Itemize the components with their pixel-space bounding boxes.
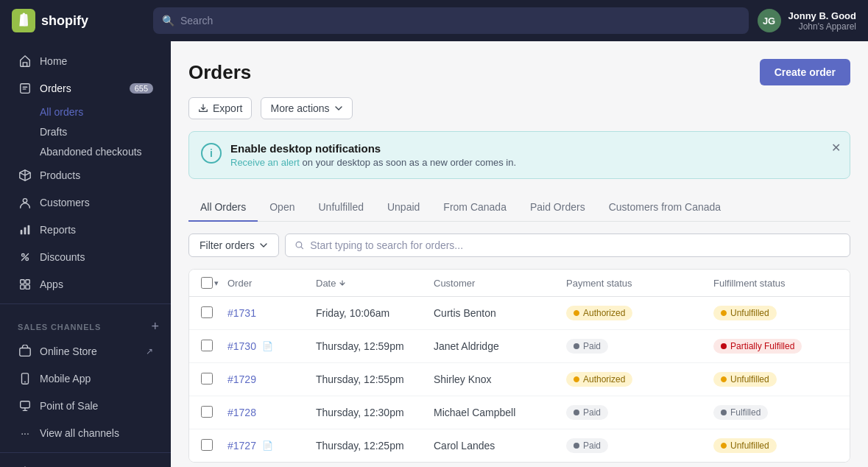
logo[interactable]: shopify (12, 9, 144, 32)
create-order-button[interactable]: Create order (760, 59, 850, 85)
row-payment-cell: Authorized (566, 306, 713, 320)
tab-all-orders[interactable]: All Orders (188, 194, 258, 222)
tab-paid-orders[interactable]: Paid Orders (518, 194, 597, 222)
row-fulfillment-cell: Unfulfilled (713, 438, 850, 453)
sidebar-item-view-all-channels[interactable]: ··· View all channels (6, 420, 165, 446)
discounts-icon (18, 250, 32, 264)
mobile-app-icon (18, 371, 32, 386)
badge-dot (721, 410, 727, 415)
export-icon (198, 103, 208, 113)
sidebar-item-discounts[interactable]: Discounts (6, 244, 165, 270)
sidebar-subitem-drafts[interactable]: Drafts (6, 122, 165, 141)
sidebar-item-online-store[interactable]: Online Store ↗ (6, 338, 165, 365)
sidebar-divider-2 (0, 452, 171, 453)
col-date[interactable]: Date (316, 278, 434, 289)
badge-dot (574, 443, 579, 449)
sidebar-item-label: Reports (40, 224, 76, 236)
sidebar-item-reports[interactable]: Reports (6, 217, 165, 243)
filter-orders-button[interactable]: Filter orders (188, 234, 279, 257)
row-checkbox[interactable] (201, 373, 213, 385)
user-store: John's Apparel (788, 21, 856, 32)
search-orders-input[interactable] (310, 239, 841, 251)
row-payment-cell: Paid (566, 339, 713, 354)
svg-rect-8 (21, 280, 24, 284)
tab-unfulfilled[interactable]: Unfulfilled (306, 194, 375, 222)
tab-unpaid[interactable]: Unpaid (375, 194, 431, 222)
row-checkbox[interactable] (201, 306, 213, 318)
sidebar-item-settings[interactable]: Settings (6, 459, 165, 467)
tab-from-canada[interactable]: From Canada (431, 194, 518, 222)
add-channel-button[interactable]: + (151, 319, 159, 334)
table-row: #1730📄 Thursday, 12:59pm Janet Aldridge … (189, 330, 850, 363)
search-input[interactable] (180, 15, 740, 27)
svg-rect-3 (21, 230, 23, 234)
svg-rect-5 (28, 225, 30, 235)
table-body: #1731 Friday, 10:06am Curtis Benton Auth… (189, 297, 850, 462)
search-icon (294, 240, 305, 250)
orders-icon (18, 81, 32, 96)
row-checkbox-cell[interactable] (201, 340, 227, 354)
row-checkbox[interactable] (201, 340, 213, 351)
row-fulfillment-cell: Unfulfilled (713, 306, 850, 320)
order-link[interactable]: #1729 (227, 373, 316, 385)
global-search[interactable]: 🔍 (153, 7, 749, 34)
customers-icon (18, 195, 32, 210)
select-all-checkbox[interactable] (201, 277, 213, 289)
order-link[interactable]: #1727📄 (227, 440, 316, 452)
row-checkbox-cell[interactable] (201, 439, 227, 453)
svg-rect-11 (26, 285, 29, 289)
select-caret[interactable]: ▾ (214, 278, 219, 288)
orders-badge: 655 (130, 83, 153, 94)
svg-rect-15 (21, 401, 30, 408)
order-tabs: All Orders Open Unfulfilled Unpaid From … (188, 194, 850, 222)
row-checkbox[interactable] (201, 439, 213, 451)
sidebar-item-orders[interactable]: Orders 655 (6, 75, 165, 102)
sidebar-subitem-abandoned[interactable]: Abandoned checkouts (6, 142, 165, 161)
row-customer-cell: Shirley Knox (434, 373, 566, 385)
row-checkbox[interactable] (201, 406, 213, 418)
order-link[interactable]: #1728 (227, 407, 316, 418)
fulfillment-status-badge: Unfulfilled (713, 306, 777, 320)
export-button[interactable]: Export (188, 97, 252, 119)
tab-customers-canada[interactable]: Customers from Canada (597, 194, 733, 222)
sidebar-item-customers[interactable]: Customers (6, 189, 165, 216)
notification-link[interactable]: Receive an alert (230, 157, 300, 168)
chevron-down-icon (334, 104, 343, 113)
sidebar-item-label: Orders (40, 82, 71, 94)
payment-status-badge: Paid (566, 339, 608, 354)
payment-status-badge: Paid (566, 438, 608, 453)
search-orders-bar[interactable] (285, 234, 850, 257)
row-checkbox-cell[interactable] (201, 306, 227, 320)
user-name: Jonny B. Good (788, 10, 856, 21)
badge-dot (721, 443, 727, 449)
row-checkbox-cell[interactable] (201, 373, 227, 387)
sidebar-item-pos[interactable]: Point of Sale (6, 393, 165, 419)
page-title: Orders (188, 61, 251, 84)
notification-content: Enable desktop notifications Receive an … (230, 142, 838, 168)
sidebar-item-label: Customers (40, 197, 90, 208)
order-link[interactable]: #1730📄 (227, 340, 316, 352)
sidebar-item-mobile-app[interactable]: Mobile App (6, 365, 165, 392)
sales-channels-section: SALES CHANNELS + (0, 310, 171, 337)
row-fulfillment-cell: Partially Fulfilled (713, 339, 850, 354)
tab-open[interactable]: Open (258, 194, 306, 222)
notification-body-text: on your desktop as soon as a new order c… (303, 157, 517, 168)
order-link[interactable]: #1731 (227, 307, 316, 319)
sidebar-subitem-all-orders[interactable]: All orders (6, 102, 165, 122)
external-link-icon: ↗ (146, 346, 153, 357)
sidebar-item-label: Mobile App (40, 373, 91, 385)
row-customer-cell: Michael Campbell (434, 407, 566, 418)
avatar[interactable]: JG (758, 9, 781, 32)
more-actions-button[interactable]: More actions (261, 97, 352, 119)
sidebar-item-home[interactable]: Home (6, 48, 165, 74)
products-icon (18, 168, 32, 183)
notification-close-button[interactable]: ✕ (831, 141, 841, 155)
sidebar-item-apps[interactable]: Apps (6, 271, 165, 298)
row-order-cell: #1730📄 (227, 340, 316, 352)
sort-icon (339, 279, 346, 287)
more-icon: ··· (18, 426, 32, 440)
sidebar-item-products[interactable]: Products (6, 162, 165, 189)
row-checkbox-cell[interactable] (201, 406, 227, 420)
filter-label: Filter orders (200, 239, 255, 251)
fulfillment-status-badge: Fulfilled (713, 405, 768, 420)
